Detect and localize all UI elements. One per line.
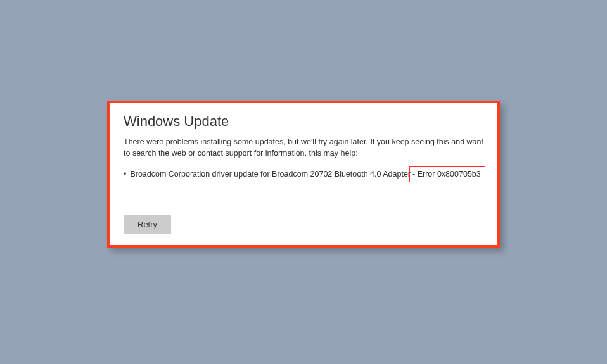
retry-button[interactable]: Retry xyxy=(124,215,171,234)
error-code: - Error 0x800705b3 xyxy=(412,170,481,179)
bullet-icon: • xyxy=(124,168,126,180)
windows-update-dialog: Windows Update There were problems insta… xyxy=(107,101,500,248)
update-item: • Broadcom Corporation driver update for… xyxy=(124,166,483,182)
update-name: Broadcom Corporation driver update for B… xyxy=(130,168,411,180)
update-list: • Broadcom Corporation driver update for… xyxy=(124,166,483,182)
error-code-highlight: - Error 0x800705b3 xyxy=(409,166,485,182)
dialog-panel: Windows Update There were problems insta… xyxy=(107,101,500,248)
dialog-message: There were problems installing some upda… xyxy=(124,136,483,159)
dialog-title: Windows Update xyxy=(124,113,483,130)
